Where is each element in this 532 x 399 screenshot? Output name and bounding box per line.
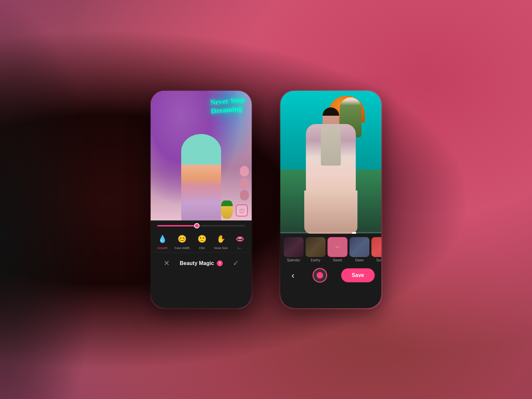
tool-face-width[interactable]: 😊 Face Width: [175, 233, 190, 250]
phone1-image-area: Never Stop Dreaming ◫: [151, 91, 252, 220]
filter-suns[interactable]: Suns...: [371, 237, 381, 262]
tool-chin[interactable]: 🙂 Chin: [196, 233, 208, 250]
save-button[interactable]: Save: [341, 268, 375, 282]
confirm-button[interactable]: ✓: [230, 257, 242, 269]
beauty-magic-title: Beauty Magic: [180, 260, 214, 266]
slider-thumb[interactable]: [194, 223, 200, 228]
dawn-label: Dawn: [355, 258, 364, 262]
earthy-label: Earthy: [311, 258, 321, 262]
tool-lips[interactable]: 👄 L...: [234, 233, 246, 250]
bottom-title-area: Beauty Magic ?: [180, 260, 222, 266]
phone2-image-area: [280, 91, 381, 234]
chin-label: Chin: [199, 246, 205, 250]
sweet-label: Sweet: [333, 258, 342, 262]
slider-track[interactable]: [157, 225, 245, 226]
lips-icon: 👄: [234, 233, 246, 245]
back-button[interactable]: ‹: [287, 269, 299, 281]
phone1-bottom-bar: ✕ Beauty Magic ? ✓: [151, 252, 252, 274]
phone2-filter: Splendor Earthy ↩ Sweet: [279, 90, 382, 309]
dawn-thumbnail: [349, 237, 369, 257]
chin-icon: 🙂: [196, 233, 208, 245]
face-width-icon: 😊: [176, 233, 188, 245]
filter-sweet[interactable]: ↩ Sweet: [328, 237, 347, 262]
neon-sign: Never Stop Dreaming: [210, 95, 246, 116]
beauty-slider-area: [151, 220, 252, 229]
filter-earthy[interactable]: Earthy: [306, 237, 326, 262]
filter-dawn[interactable]: Dawn: [349, 237, 369, 262]
earthy-thumbnail: [306, 237, 326, 257]
beauty-controls: 💧 Smooth 😊 Face Width 🙂 Chin ✋ Nose Size…: [151, 220, 252, 274]
help-badge[interactable]: ?: [217, 260, 223, 266]
splendor-thumbnail: [284, 237, 304, 257]
phone1-beauty-magic: Never Stop Dreaming ◫: [150, 90, 253, 309]
reset-icon: ↩: [335, 243, 340, 251]
filter-controls: Splendor Earthy ↩ Sweet: [280, 234, 381, 287]
tool-smooth[interactable]: 💧 Smooth: [156, 233, 168, 250]
record-button[interactable]: [313, 268, 327, 283]
filter-thumbnails-row: Splendor Earthy ↩ Sweet: [280, 234, 381, 263]
lips-label: L...: [238, 246, 242, 250]
filter-splendor[interactable]: Splendor: [284, 237, 304, 262]
suns-thumbnail: [371, 237, 381, 257]
record-inner-dot: [317, 272, 323, 279]
cancel-button[interactable]: ✕: [161, 257, 173, 269]
slider-fill: [157, 225, 197, 226]
progress-dot[interactable]: [352, 232, 356, 234]
beauty-tools-row: 💧 Smooth 😊 Face Width 🙂 Chin ✋ Nose Size…: [151, 229, 252, 252]
compare-icon: ◫: [239, 207, 244, 214]
progress-bar: [280, 232, 381, 233]
smooth-icon: 💧: [156, 233, 168, 245]
face-width-label: Face Width: [175, 246, 190, 250]
splendor-label: Splendor: [287, 258, 300, 262]
tool-nose-size[interactable]: ✋ Nose Size: [214, 233, 228, 250]
compare-button[interactable]: ◫: [236, 204, 248, 216]
smooth-label: Smooth: [157, 246, 168, 250]
nose-size-label: Nose Size: [214, 246, 228, 250]
nose-size-icon: ✋: [215, 233, 227, 245]
phone2-bottom-bar: ‹ Save: [280, 263, 381, 287]
bg-blur-left: [0, 0, 100, 399]
suns-label: Suns...: [376, 258, 381, 262]
